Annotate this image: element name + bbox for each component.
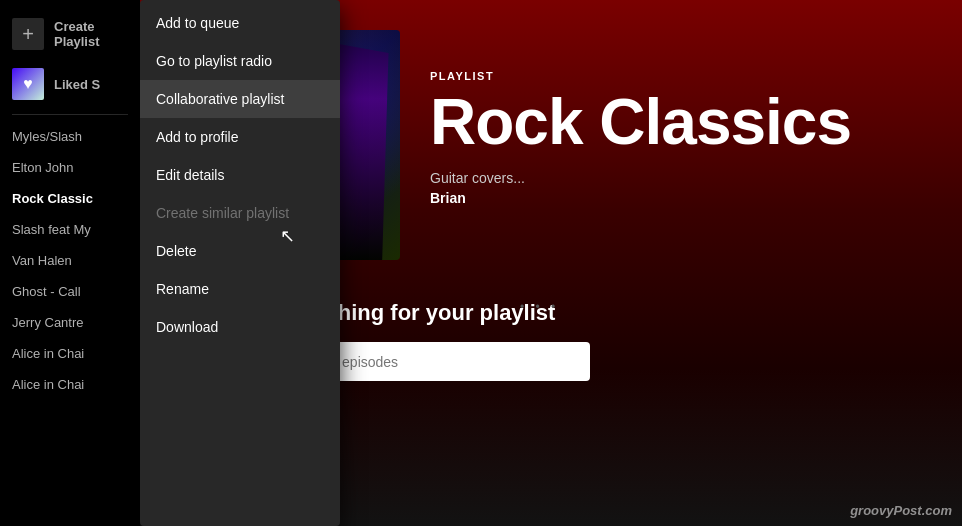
sidebar-item-ghost-call[interactable]: Ghost - Call xyxy=(0,276,140,307)
sidebar-item-alice2[interactable]: Alice in Chai xyxy=(0,369,140,400)
watermark: groovyPost.com xyxy=(850,503,952,518)
playlist-type-label: PLAYLIST xyxy=(430,70,932,82)
sidebar-item-slash-feat[interactable]: Slash feat My xyxy=(0,214,140,245)
playlist-title: Rock Classics xyxy=(430,90,932,154)
liked-songs-label: Liked S xyxy=(54,77,100,92)
context-menu-add-to-profile[interactable]: Add to profile xyxy=(140,118,340,156)
sidebar-item-van-halen[interactable]: Van Halen xyxy=(0,245,140,276)
playlist-description: Guitar covers... xyxy=(430,170,932,186)
sidebar-item-elton-john[interactable]: Elton John xyxy=(0,152,140,183)
heart-icon: ♥ xyxy=(12,68,44,100)
liked-songs-button[interactable]: ♥ Liked S xyxy=(0,60,140,108)
context-menu-download[interactable]: Download xyxy=(140,308,340,346)
sidebar-item-jerry-cantre[interactable]: Jerry Cantre xyxy=(0,307,140,338)
sidebar-divider xyxy=(12,114,128,115)
context-menu-rename[interactable]: Rename xyxy=(140,270,340,308)
create-playlist-button[interactable]: + Create Playlist xyxy=(0,8,140,60)
context-menu-create-similar: Create similar playlist xyxy=(140,194,340,232)
context-menu-delete[interactable]: Delete xyxy=(140,232,340,270)
sidebar-item-myles-slash[interactable]: Myles/Slash xyxy=(0,121,140,152)
sidebar-item-alice1[interactable]: Alice in Chai xyxy=(0,338,140,369)
sidebar-item-rock-classics[interactable]: Rock Classic xyxy=(0,183,140,214)
plus-icon: + xyxy=(12,18,44,50)
context-menu-go-to-radio[interactable]: Go to playlist radio xyxy=(140,42,340,80)
context-menu-edit-details[interactable]: Edit details xyxy=(140,156,340,194)
sidebar: + Create Playlist ♥ Liked S Myles/Slash … xyxy=(0,0,140,526)
playlist-owner: Brian xyxy=(430,190,932,206)
create-playlist-label: Create Playlist xyxy=(54,19,128,49)
context-menu: Add to queue Go to playlist radio Collab… xyxy=(140,0,340,526)
context-menu-add-to-queue[interactable]: Add to queue xyxy=(140,4,340,42)
playlist-info: PLAYLIST Rock Classics Guitar covers... … xyxy=(430,30,932,206)
context-menu-collaborative[interactable]: Collaborative playlist xyxy=(140,80,340,118)
dots-decoration: • • • xyxy=(520,300,559,314)
